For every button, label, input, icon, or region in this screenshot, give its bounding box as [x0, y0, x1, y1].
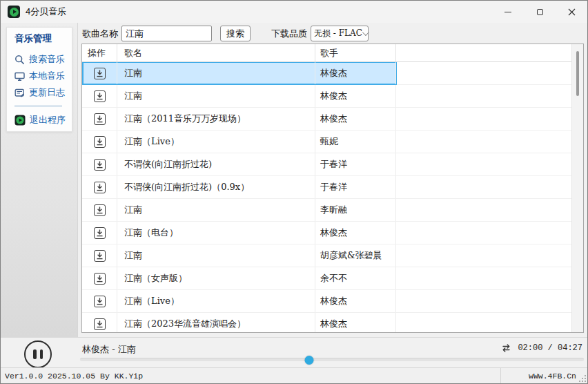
app-logo-icon [8, 6, 20, 18]
changelog-icon [14, 88, 25, 98]
table-row[interactable]: 江南 李昕融 [82, 199, 583, 222]
download-button[interactable] [94, 159, 106, 171]
sidebar: 音乐管理 搜索音乐 本地音乐 更新日志 退出程序 [6, 27, 72, 132]
song-cell: 不谓侠(向江南折过花)（0.9x） [117, 176, 315, 198]
sidebar-item-label: 搜索音乐 [29, 53, 65, 66]
table-row[interactable]: 不谓侠(向江南折过花)（0.9x） 于春洋 [82, 176, 583, 199]
download-icon [96, 320, 104, 328]
scrollbar-thumb[interactable] [576, 51, 579, 96]
table-row[interactable]: 江南 林俊杰 [82, 62, 583, 85]
sidebar-header: 音乐管理 [14, 32, 72, 45]
song-cell: 江南 [117, 244, 315, 267]
results-table: 操作 歌名 歌手 江南 林俊杰 江南 林俊杰 [81, 44, 584, 333]
time-display: 02:00 / 04:27 [518, 343, 582, 353]
empty-cell [396, 290, 583, 312]
empty-cell [396, 267, 583, 289]
pause-button[interactable] [24, 340, 52, 368]
sidebar-item-local-music[interactable]: 本地音乐 [14, 68, 72, 84]
artist-cell: 林俊杰 [315, 313, 396, 333]
pause-icon [33, 349, 37, 359]
download-icon [96, 138, 104, 146]
download-icon [96, 252, 104, 260]
table-row[interactable]: 江南（女声版） 余不不 [82, 267, 583, 290]
sidebar-item-exit[interactable]: 退出程序 [14, 112, 72, 128]
progress-slider[interactable] [80, 358, 584, 361]
download-button[interactable] [94, 250, 106, 262]
empty-cell [396, 131, 583, 153]
song-cell: 江南 [117, 199, 315, 221]
app-logo-icon [14, 115, 26, 126]
column-header-action: 操作 [82, 44, 117, 61]
table-row[interactable]: 江南（2011音乐万万岁现场） 林俊杰 [82, 108, 583, 131]
empty-cell [396, 153, 583, 175]
minimize-icon [504, 12, 511, 12]
window-title: 4分贝音乐 [26, 6, 66, 18]
download-button[interactable] [94, 227, 106, 239]
download-button[interactable] [94, 296, 106, 307]
column-header-artist: 歌手 [315, 44, 396, 61]
column-header-empty [396, 44, 583, 61]
download-button[interactable] [94, 90, 106, 102]
artist-cell: 林俊杰 [315, 108, 396, 130]
download-button[interactable] [94, 68, 106, 79]
empty-cell [396, 62, 583, 84]
artist-cell: 林俊杰 [315, 290, 396, 312]
search-icon [14, 55, 25, 65]
download-icon [96, 184, 104, 191]
maximize-icon [537, 9, 543, 15]
player-right-group: 02:00 / 04:27 [500, 343, 582, 353]
table-row[interactable]: 江南 林俊杰 [82, 85, 583, 108]
close-button[interactable] [556, 1, 587, 23]
artist-cell: 林俊杰 [315, 85, 396, 107]
song-name-label: 歌曲名称 [82, 28, 118, 40]
download-icon [96, 207, 104, 214]
sidebar-item-changelog[interactable]: 更新日志 [14, 84, 72, 101]
table-row[interactable]: 江南（Live） 甄妮 [82, 131, 583, 153]
download-icon [96, 275, 104, 282]
download-button[interactable] [94, 318, 106, 330]
song-cell: 江南（Live） [117, 290, 315, 312]
download-icon [96, 229, 104, 237]
download-button[interactable] [94, 273, 106, 285]
artist-cell: 于春洋 [315, 153, 396, 175]
repeat-icon[interactable] [500, 343, 512, 353]
artist-cell: 林俊杰 [315, 62, 396, 84]
download-quality-select[interactable]: 无损 - FLAC [311, 26, 369, 41]
sidebar-item-label: 更新日志 [29, 86, 65, 99]
song-cell: 江南（2023华流音雄演唱会） [117, 313, 315, 333]
table-row[interactable]: 江南（Live） 林俊杰 [82, 290, 583, 313]
status-bar: Ver1.0.0 2025.10.05 By KK.Yip wWw.4FB.Cn [1, 367, 587, 383]
download-button[interactable] [94, 204, 106, 216]
status-right-panel: wWw.4FB.Cn [500, 368, 587, 383]
empty-cell [396, 85, 583, 107]
maximize-button[interactable] [524, 1, 556, 23]
table-row[interactable]: 江南 胡彦斌&张碧晨 [82, 244, 583, 267]
progress-thumb[interactable] [305, 356, 314, 365]
empty-cell [396, 244, 583, 267]
resize-grip-icon[interactable] [579, 375, 586, 382]
table-body: 江南 林俊杰 江南 林俊杰 江南（2011音乐万万岁现场） 林俊杰 [82, 62, 583, 333]
table-row[interactable]: 江南（2023华流音雄演唱会） 林俊杰 [82, 313, 583, 333]
title-bar: 4分贝音乐 [1, 1, 587, 23]
monitor-icon [14, 71, 25, 81]
sidebar-item-search-music[interactable]: 搜索音乐 [14, 51, 72, 68]
download-button[interactable] [94, 113, 106, 125]
search-button[interactable]: 搜索 [220, 26, 251, 41]
download-button[interactable] [94, 136, 106, 148]
download-icon [96, 115, 104, 123]
download-button[interactable] [94, 182, 106, 193]
song-name-input[interactable] [121, 26, 212, 41]
song-cell: 江南（电台） [117, 222, 315, 244]
empty-cell [396, 222, 583, 244]
version-text: Ver1.0.0 2025.10.05 By KK.Yip [1, 372, 500, 381]
table-row[interactable]: 不谓侠(向江南折过花) 于春洋 [82, 153, 583, 176]
download-icon [96, 93, 104, 100]
song-cell: 江南（Live） [117, 131, 315, 153]
table-scrollbar[interactable] [571, 44, 583, 332]
now-playing-label: 林俊杰 - 江南 [82, 343, 136, 356]
artist-cell: 余不不 [315, 267, 396, 289]
artist-cell: 林俊杰 [315, 222, 396, 244]
table-row[interactable]: 江南（电台） 林俊杰 [82, 222, 583, 244]
minimize-button[interactable] [492, 1, 524, 23]
column-header-song: 歌名 [117, 44, 315, 61]
